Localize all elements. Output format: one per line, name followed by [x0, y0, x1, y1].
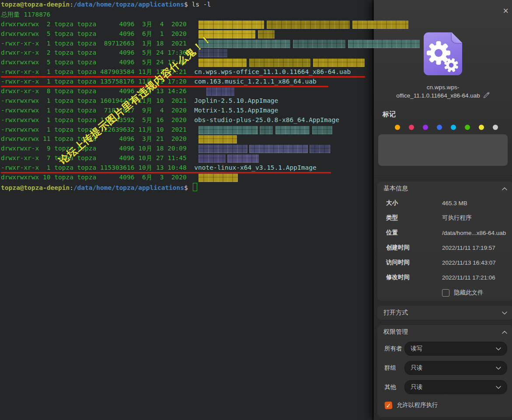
chevron-up-icon[interactable]: [502, 187, 507, 190]
tag-color-dot[interactable]: [451, 125, 456, 130]
chevron-up-icon[interactable]: [502, 331, 507, 334]
censored-filename: [199, 174, 238, 182]
file-name-text: Joplin-2.5.10.AppImage: [194, 97, 278, 104]
info-row: 创建时间2022/11/11 17:19:57: [377, 240, 512, 255]
terminal-row: drwxrwxrwx 2 topza topza 4096 3月 4 2020: [1, 20, 372, 30]
terminal-row: -rwxr-xr-x 1 topza topza 487903584 11月 1…: [1, 68, 372, 77]
open-with-card: 打开方式: [377, 306, 512, 320]
terminal-row: -rwxrwxrwx 1 topza topza 160194419 11月 1…: [1, 97, 372, 106]
tag-color-dot[interactable]: [437, 125, 442, 130]
file-name-text: vnote-linux-x64_v3.15.1.AppImage: [194, 164, 316, 171]
censored-filename: [199, 126, 258, 134]
info-value: 465.3 MB: [442, 200, 467, 206]
file-meta: drwxr-xr-x 7 topza topza 4096 10月 27 11:…: [1, 154, 194, 161]
file-meta: -rwxr-xr-x 1 topza topza 115303616 10月 1…: [1, 164, 194, 171]
terminal-row: drwxrwxrwx 11 topza topza 4096 3月 21 202…: [1, 135, 372, 144]
permissions-header[interactable]: 权限管理: [377, 325, 512, 339]
tag-color-dot[interactable]: [493, 125, 498, 130]
info-row: 大小465.3 MB: [377, 196, 512, 210]
page-fold: [452, 32, 462, 43]
info-row: 修改时间2022/11/11 17:21:06: [377, 270, 512, 285]
censored-filename: [199, 21, 264, 29]
info-label: 创建时间: [386, 244, 442, 252]
info-label: 大小: [386, 199, 442, 207]
tag-color-dot[interactable]: [479, 125, 484, 130]
chevron-down-icon[interactable]: [502, 312, 507, 315]
file-listing: drwxrwxrwx 2 topza topza 4096 3月 4 2020 …: [1, 20, 372, 183]
censored-filename: [249, 59, 310, 67]
tag-color-dot[interactable]: [465, 125, 470, 130]
info-row: 位置/data/home...x86-64.uab: [377, 225, 512, 240]
censored-filename: [249, 145, 308, 153]
edit-name-icon[interactable]: [483, 92, 490, 99]
censored-filename: [275, 126, 310, 134]
file-meta: drwxrwxrwx 5 topza topza 4096 6月 1 2020: [1, 30, 194, 37]
prompt-path: /data/home/topza/applications: [73, 1, 184, 8]
info-value: 2022/11/11 17:19:57: [442, 245, 495, 251]
permission-select[interactable]: 只读: [404, 361, 507, 375]
info-value: /data/home...x86-64.uab: [442, 230, 506, 236]
file-name-text: cn.wps.wps-office_11.1.0.11664_x86-64.ua…: [194, 68, 351, 75]
info-value: 2022/11/13 16:43:07: [442, 259, 496, 266]
info-label: 类型: [386, 214, 442, 222]
tag-color-dot[interactable]: [423, 125, 428, 130]
censored-filename: [267, 21, 350, 29]
censored-filename: [348, 40, 420, 48]
file-meta: drwxr-xr-x 2 topza topza 4096 5月 24 17:3…: [1, 49, 194, 56]
terminal-row: -rwxr-xr-x 1 topza topza 135758176 11月 1…: [1, 77, 372, 87]
permission-label: 所有者: [384, 345, 404, 353]
tag-input[interactable]: [378, 134, 508, 166]
tag-color-dot[interactable]: [395, 125, 400, 130]
terminal-prompt-line-2: topza@topza-deepin:/data/home/topza/appl…: [1, 183, 372, 192]
censored-filename: [199, 145, 247, 153]
censored-filename: [310, 145, 331, 153]
tag-color-dots: [378, 119, 508, 134]
terminal-window[interactable]: topza@topza-deepin:/data/home/topza/appl…: [0, 0, 372, 420]
file-meta: drwxrwxr-x 9 topza topza 4096 10月 18 20:…: [1, 145, 194, 152]
terminal-row: drwxrwxrwx 5 topza topza 4096 6月 1 2020: [1, 30, 372, 39]
chevron-down-icon: [496, 347, 501, 350]
info-label: 位置: [386, 229, 442, 237]
command-text: ls -l: [192, 1, 211, 8]
file-meta: -rwxr-xr-x 1 topza topza 89712663 1月 18 …: [1, 40, 194, 47]
info-value: 可执行程序: [442, 214, 472, 222]
red-underline-annotation: [1, 76, 365, 77]
allow-execute-checkbox[interactable]: ✓: [384, 401, 392, 409]
file-meta: drwxrwxrwx 10 topza topza 4096 6月 3 2020: [1, 174, 194, 181]
permission-select[interactable]: 只读: [404, 380, 507, 394]
permission-select[interactable]: 读写: [404, 342, 507, 356]
exec-permission-row: ✓ 允许以程序执行: [377, 399, 512, 417]
permission-label: 群组: [384, 364, 404, 372]
total-usage-line: 总用量 1178876: [1, 10, 372, 20]
hide-file-checkbox[interactable]: [442, 289, 449, 297]
selected-value: 只读: [411, 364, 422, 372]
info-value: 2022/11/11 17:21:06: [442, 274, 495, 281]
terminal-row: -rwxrwxrwx 1 topza topza 22639632 11月 10…: [1, 126, 372, 135]
file-meta: -rwxrwxrwx 1 topza topza 160194419 11月 1…: [1, 97, 194, 104]
file-meta: drwxrwxrwx 2 topza topza 4096 3月 4 2020: [1, 21, 194, 28]
permission-row: 其他只读: [384, 380, 507, 394]
info-row: 类型可执行程序: [377, 210, 512, 225]
terminal-row: drwxr-xr-x 8 topza topza 4096 11月 13 14:…: [1, 87, 372, 97]
hide-file-row: 隐藏此文件: [377, 285, 512, 301]
permission-label: 其他: [384, 383, 404, 391]
red-underline-annotation: [1, 172, 331, 173]
censored-filename: [312, 126, 332, 134]
tag-color-dot[interactable]: [409, 125, 414, 130]
censored-filename: [199, 135, 237, 144]
permission-row: 所有者读写: [384, 342, 507, 356]
censored-filename: [199, 59, 247, 67]
terminal-row: drwxrwxr-x 9 topza topza 4096 10月 18 20:…: [1, 144, 372, 154]
open-with-header[interactable]: 打开方式: [377, 306, 512, 320]
censored-filename: [227, 154, 259, 163]
terminal-row: -rwxr-xr-x 1 topza topza 115303616 10月 1…: [1, 164, 372, 173]
chevron-down-icon: [496, 367, 501, 370]
permission-row: 群组只读: [384, 361, 507, 375]
basic-info-header[interactable]: 基本信息: [377, 182, 512, 196]
censored-filename: [313, 59, 365, 67]
tags-title: 标记: [383, 110, 508, 119]
chevron-down-icon: [496, 386, 501, 389]
close-icon[interactable]: ×: [503, 6, 509, 16]
basic-info-rows: 大小465.3 MB类型可执行程序位置/data/home...x86-64.u…: [377, 196, 512, 285]
screen: topza@topza-deepin:/data/home/topza/appl…: [0, 0, 512, 420]
